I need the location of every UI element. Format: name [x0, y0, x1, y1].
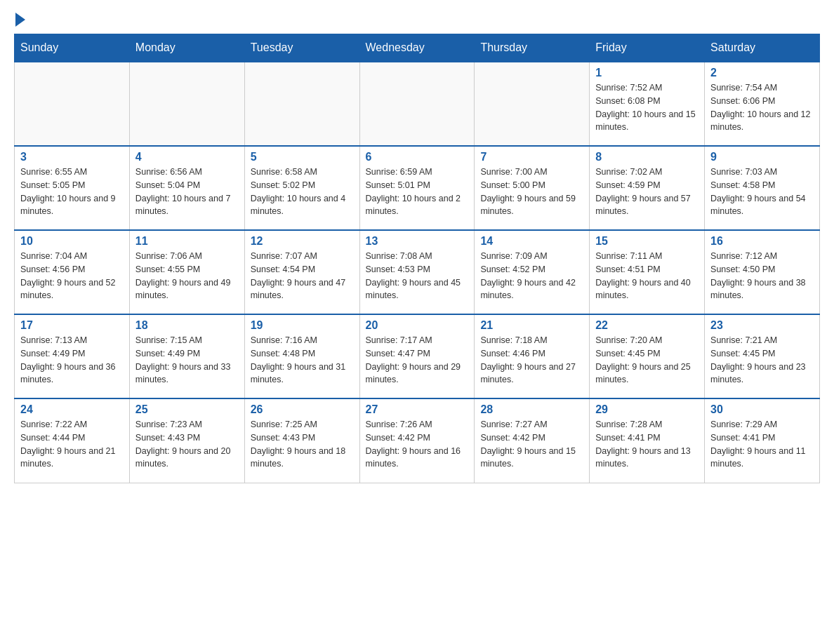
day-number: 11	[135, 235, 239, 248]
calendar-cell: 8Sunrise: 7:02 AMSunset: 4:59 PMDaylight…	[590, 146, 705, 230]
calendar-cell: 2Sunrise: 7:54 AMSunset: 6:06 PMDaylight…	[705, 62, 820, 146]
calendar-cell	[244, 62, 359, 146]
day-info: Sunrise: 7:27 AMSunset: 4:42 PMDaylight:…	[480, 418, 583, 471]
day-info: Sunrise: 7:00 AMSunset: 5:00 PMDaylight:…	[480, 166, 583, 218]
calendar-cell: 28Sunrise: 7:27 AMSunset: 4:42 PMDayligh…	[475, 398, 590, 483]
day-info: Sunrise: 7:08 AMSunset: 4:53 PMDaylight:…	[366, 250, 469, 302]
weekday-header-row: SundayMondayTuesdayWednesdayThursdayFrid…	[15, 34, 820, 62]
logo	[14, 14, 25, 27]
day-number: 9	[710, 151, 814, 163]
day-number: 23	[710, 319, 814, 332]
day-info: Sunrise: 7:52 AMSunset: 6:08 PMDaylight:…	[595, 81, 699, 134]
day-number: 21	[480, 319, 583, 332]
day-number: 2	[710, 67, 814, 79]
calendar-cell: 5Sunrise: 6:58 AMSunset: 5:02 PMDaylight…	[244, 146, 359, 230]
calendar-cell: 15Sunrise: 7:11 AMSunset: 4:51 PMDayligh…	[590, 230, 705, 314]
day-number: 28	[480, 403, 583, 416]
calendar-cell: 24Sunrise: 7:22 AMSunset: 4:44 PMDayligh…	[15, 398, 130, 483]
calendar-cell: 13Sunrise: 7:08 AMSunset: 4:53 PMDayligh…	[359, 230, 475, 314]
day-info: Sunrise: 7:03 AMSunset: 4:58 PMDaylight:…	[710, 166, 814, 218]
header	[14, 14, 820, 27]
calendar-cell: 16Sunrise: 7:12 AMSunset: 4:50 PMDayligh…	[705, 230, 820, 314]
calendar-cell: 11Sunrise: 7:06 AMSunset: 4:55 PMDayligh…	[129, 230, 244, 314]
weekday-header-saturday: Saturday	[705, 34, 820, 62]
day-info: Sunrise: 7:26 AMSunset: 4:42 PMDaylight:…	[366, 418, 469, 471]
day-info: Sunrise: 7:02 AMSunset: 4:59 PMDaylight:…	[595, 166, 699, 218]
calendar-cell	[359, 62, 475, 146]
calendar-cell: 29Sunrise: 7:28 AMSunset: 4:41 PMDayligh…	[590, 398, 705, 483]
day-info: Sunrise: 7:09 AMSunset: 4:52 PMDaylight:…	[480, 250, 583, 302]
calendar-cell: 12Sunrise: 7:07 AMSunset: 4:54 PMDayligh…	[244, 230, 359, 314]
day-number: 8	[595, 151, 699, 163]
day-number: 7	[480, 151, 583, 163]
day-number: 15	[595, 235, 699, 248]
calendar-cell: 10Sunrise: 7:04 AMSunset: 4:56 PMDayligh…	[15, 230, 130, 314]
calendar-cell: 14Sunrise: 7:09 AMSunset: 4:52 PMDayligh…	[475, 230, 590, 314]
day-number: 27	[366, 403, 469, 416]
day-info: Sunrise: 7:16 AMSunset: 4:48 PMDaylight:…	[251, 334, 354, 387]
day-number: 16	[710, 235, 814, 248]
day-number: 25	[135, 403, 239, 416]
day-number: 5	[251, 151, 354, 163]
day-number: 12	[251, 235, 354, 248]
day-info: Sunrise: 6:59 AMSunset: 5:01 PMDaylight:…	[366, 166, 469, 218]
day-info: Sunrise: 7:28 AMSunset: 4:41 PMDaylight:…	[595, 418, 699, 471]
calendar-cell: 17Sunrise: 7:13 AMSunset: 4:49 PMDayligh…	[15, 314, 130, 398]
weekday-header-wednesday: Wednesday	[359, 34, 475, 62]
week-row-1: 1Sunrise: 7:52 AMSunset: 6:08 PMDaylight…	[15, 62, 820, 146]
logo-arrow-icon	[15, 13, 25, 27]
week-row-5: 24Sunrise: 7:22 AMSunset: 4:44 PMDayligh…	[15, 398, 820, 483]
weekday-header-thursday: Thursday	[475, 34, 590, 62]
day-number: 10	[20, 235, 124, 248]
day-number: 22	[595, 319, 699, 332]
day-number: 1	[595, 67, 699, 79]
weekday-header-monday: Monday	[129, 34, 244, 62]
calendar-cell: 20Sunrise: 7:17 AMSunset: 4:47 PMDayligh…	[359, 314, 475, 398]
day-number: 30	[710, 403, 814, 416]
day-info: Sunrise: 7:15 AMSunset: 4:49 PMDaylight:…	[135, 334, 239, 387]
calendar-cell: 9Sunrise: 7:03 AMSunset: 4:58 PMDaylight…	[705, 146, 820, 230]
calendar-cell: 3Sunrise: 6:55 AMSunset: 5:05 PMDaylight…	[15, 146, 130, 230]
day-info: Sunrise: 6:55 AMSunset: 5:05 PMDaylight:…	[20, 166, 124, 218]
calendar-cell: 7Sunrise: 7:00 AMSunset: 5:00 PMDaylight…	[475, 146, 590, 230]
day-info: Sunrise: 6:58 AMSunset: 5:02 PMDaylight:…	[251, 166, 354, 218]
day-info: Sunrise: 7:06 AMSunset: 4:55 PMDaylight:…	[135, 250, 239, 302]
day-info: Sunrise: 7:12 AMSunset: 4:50 PMDaylight:…	[710, 250, 814, 302]
day-number: 6	[366, 151, 469, 163]
calendar-cell	[475, 62, 590, 146]
day-info: Sunrise: 7:07 AMSunset: 4:54 PMDaylight:…	[251, 250, 354, 302]
calendar-cell	[129, 62, 244, 146]
calendar-cell: 22Sunrise: 7:20 AMSunset: 4:45 PMDayligh…	[590, 314, 705, 398]
calendar-cell: 4Sunrise: 6:56 AMSunset: 5:04 PMDaylight…	[129, 146, 244, 230]
day-number: 14	[480, 235, 583, 248]
day-info: Sunrise: 7:17 AMSunset: 4:47 PMDaylight:…	[366, 334, 469, 387]
calendar-cell: 27Sunrise: 7:26 AMSunset: 4:42 PMDayligh…	[359, 398, 475, 483]
weekday-header-tuesday: Tuesday	[244, 34, 359, 62]
calendar-cell: 26Sunrise: 7:25 AMSunset: 4:43 PMDayligh…	[244, 398, 359, 483]
calendar-cell: 21Sunrise: 7:18 AMSunset: 4:46 PMDayligh…	[475, 314, 590, 398]
calendar-cell: 23Sunrise: 7:21 AMSunset: 4:45 PMDayligh…	[705, 314, 820, 398]
day-info: Sunrise: 7:04 AMSunset: 4:56 PMDaylight:…	[20, 250, 124, 302]
day-number: 17	[20, 319, 124, 332]
day-info: Sunrise: 7:20 AMSunset: 4:45 PMDaylight:…	[595, 334, 699, 387]
calendar-cell: 6Sunrise: 6:59 AMSunset: 5:01 PMDaylight…	[359, 146, 475, 230]
day-number: 29	[595, 403, 699, 416]
week-row-4: 17Sunrise: 7:13 AMSunset: 4:49 PMDayligh…	[15, 314, 820, 398]
day-number: 13	[366, 235, 469, 248]
day-info: Sunrise: 7:13 AMSunset: 4:49 PMDaylight:…	[20, 334, 124, 387]
weekday-header-friday: Friday	[590, 34, 705, 62]
calendar-cell: 25Sunrise: 7:23 AMSunset: 4:43 PMDayligh…	[129, 398, 244, 483]
calendar-cell: 19Sunrise: 7:16 AMSunset: 4:48 PMDayligh…	[244, 314, 359, 398]
day-info: Sunrise: 7:22 AMSunset: 4:44 PMDaylight:…	[20, 418, 124, 471]
day-number: 20	[366, 319, 469, 332]
calendar-cell: 30Sunrise: 7:29 AMSunset: 4:41 PMDayligh…	[705, 398, 820, 483]
day-info: Sunrise: 7:21 AMSunset: 4:45 PMDaylight:…	[710, 334, 814, 387]
day-info: Sunrise: 6:56 AMSunset: 5:04 PMDaylight:…	[135, 166, 239, 218]
calendar-cell	[15, 62, 130, 146]
week-row-2: 3Sunrise: 6:55 AMSunset: 5:05 PMDaylight…	[15, 146, 820, 230]
week-row-3: 10Sunrise: 7:04 AMSunset: 4:56 PMDayligh…	[15, 230, 820, 314]
day-number: 24	[20, 403, 124, 416]
day-number: 4	[135, 151, 239, 163]
calendar-cell: 18Sunrise: 7:15 AMSunset: 4:49 PMDayligh…	[129, 314, 244, 398]
day-number: 18	[135, 319, 239, 332]
